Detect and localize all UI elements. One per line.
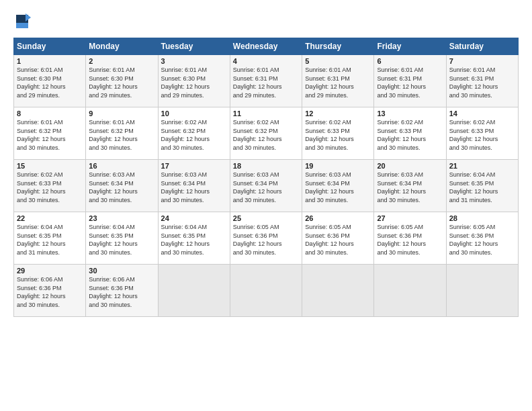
table-cell: 24Sunrise: 6:04 AM Sunset: 6:35 PM Dayli… <box>158 212 230 265</box>
day-info: Sunrise: 6:04 AM Sunset: 6:35 PM Dayligh… <box>161 223 227 257</box>
day-number: 7 <box>449 57 515 65</box>
day-number: 2 <box>89 57 154 65</box>
table-cell: 6Sunrise: 6:01 AM Sunset: 6:31 PM Daylig… <box>374 55 446 107</box>
day-info: Sunrise: 6:05 AM Sunset: 6:36 PM Dayligh… <box>233 223 299 257</box>
day-number: 30 <box>89 267 154 275</box>
table-cell <box>230 265 302 317</box>
day-info: Sunrise: 6:04 AM Sunset: 6:35 PM Dayligh… <box>17 223 83 257</box>
calendar-row: 15Sunrise: 6:02 AM Sunset: 6:33 PM Dayli… <box>14 160 519 212</box>
day-number: 14 <box>449 109 515 118</box>
table-cell: 12Sunrise: 6:02 AM Sunset: 6:33 PM Dayli… <box>302 107 374 160</box>
table-cell: 15Sunrise: 6:02 AM Sunset: 6:33 PM Dayli… <box>14 160 86 212</box>
table-cell: 23Sunrise: 6:04 AM Sunset: 6:35 PM Dayli… <box>86 212 158 265</box>
day-number: 12 <box>305 109 371 118</box>
day-info: Sunrise: 6:06 AM Sunset: 6:36 PM Dayligh… <box>89 275 154 309</box>
table-cell: 13Sunrise: 6:02 AM Sunset: 6:33 PM Dayli… <box>374 107 446 160</box>
table-cell: 3Sunrise: 6:01 AM Sunset: 6:30 PM Daylig… <box>158 55 230 107</box>
day-info: Sunrise: 6:01 AM Sunset: 6:32 PM Dayligh… <box>89 118 154 152</box>
header <box>13 12 519 31</box>
day-info: Sunrise: 6:02 AM Sunset: 6:32 PM Dayligh… <box>233 118 299 152</box>
table-cell: 27Sunrise: 6:05 AM Sunset: 6:36 PM Dayli… <box>374 212 446 265</box>
table-cell: 1Sunrise: 6:01 AM Sunset: 6:30 PM Daylig… <box>14 55 86 107</box>
day-number: 21 <box>449 162 515 170</box>
col-tuesday: Tuesday <box>158 38 230 55</box>
day-number: 3 <box>161 57 227 65</box>
table-cell <box>158 265 230 317</box>
table-cell: 5Sunrise: 6:01 AM Sunset: 6:31 PM Daylig… <box>302 55 374 107</box>
table-cell: 17Sunrise: 6:03 AM Sunset: 6:34 PM Dayli… <box>158 160 230 212</box>
day-info: Sunrise: 6:02 AM Sunset: 6:33 PM Dayligh… <box>449 118 515 152</box>
calendar-table: Sunday Monday Tuesday Wednesday Thursday… <box>13 38 519 317</box>
table-cell: 2Sunrise: 6:01 AM Sunset: 6:30 PM Daylig… <box>86 55 158 107</box>
table-cell: 22Sunrise: 6:04 AM Sunset: 6:35 PM Dayli… <box>14 212 86 265</box>
day-number: 16 <box>89 162 154 170</box>
day-info: Sunrise: 6:01 AM Sunset: 6:31 PM Dayligh… <box>305 66 371 99</box>
day-number: 26 <box>305 214 371 222</box>
day-info: Sunrise: 6:02 AM Sunset: 6:33 PM Dayligh… <box>17 171 83 204</box>
table-cell: 10Sunrise: 6:02 AM Sunset: 6:32 PM Dayli… <box>158 107 230 160</box>
day-number: 13 <box>377 109 443 118</box>
day-info: Sunrise: 6:06 AM Sunset: 6:36 PM Dayligh… <box>17 275 83 309</box>
table-cell: 30Sunrise: 6:06 AM Sunset: 6:36 PM Dayli… <box>86 265 158 317</box>
col-sunday: Sunday <box>14 38 86 55</box>
day-info: Sunrise: 6:04 AM Sunset: 6:35 PM Dayligh… <box>449 171 515 204</box>
day-number: 24 <box>161 214 227 222</box>
page: Sunday Monday Tuesday Wednesday Thursday… <box>0 0 532 411</box>
day-info: Sunrise: 6:05 AM Sunset: 6:36 PM Dayligh… <box>305 223 371 257</box>
day-info: Sunrise: 6:05 AM Sunset: 6:36 PM Dayligh… <box>449 223 515 257</box>
day-info: Sunrise: 6:03 AM Sunset: 6:34 PM Dayligh… <box>377 171 443 204</box>
table-cell <box>446 265 518 317</box>
day-number: 4 <box>233 57 299 65</box>
day-number: 15 <box>17 162 83 170</box>
calendar-row: 22Sunrise: 6:04 AM Sunset: 6:35 PM Dayli… <box>14 212 519 265</box>
table-cell: 29Sunrise: 6:06 AM Sunset: 6:36 PM Dayli… <box>14 265 86 317</box>
table-cell: 7Sunrise: 6:01 AM Sunset: 6:31 PM Daylig… <box>446 55 518 107</box>
day-info: Sunrise: 6:03 AM Sunset: 6:34 PM Dayligh… <box>161 171 227 204</box>
day-info: Sunrise: 6:01 AM Sunset: 6:32 PM Dayligh… <box>17 118 83 152</box>
day-info: Sunrise: 6:01 AM Sunset: 6:31 PM Dayligh… <box>377 66 443 99</box>
table-cell: 14Sunrise: 6:02 AM Sunset: 6:33 PM Dayli… <box>446 107 518 160</box>
day-number: 22 <box>17 214 83 222</box>
day-number: 27 <box>377 214 443 222</box>
day-info: Sunrise: 6:04 AM Sunset: 6:35 PM Dayligh… <box>89 223 154 257</box>
day-info: Sunrise: 6:01 AM Sunset: 6:30 PM Dayligh… <box>17 66 83 99</box>
day-number: 25 <box>233 214 299 222</box>
day-number: 28 <box>449 214 515 222</box>
day-number: 5 <box>305 57 371 65</box>
table-cell: 4Sunrise: 6:01 AM Sunset: 6:31 PM Daylig… <box>230 55 302 107</box>
calendar-row: 8Sunrise: 6:01 AM Sunset: 6:32 PM Daylig… <box>14 107 519 160</box>
col-thursday: Thursday <box>302 38 374 55</box>
day-info: Sunrise: 6:01 AM Sunset: 6:30 PM Dayligh… <box>89 66 154 99</box>
day-number: 1 <box>17 57 83 65</box>
table-cell: 21Sunrise: 6:04 AM Sunset: 6:35 PM Dayli… <box>446 160 518 212</box>
day-number: 10 <box>161 109 227 118</box>
calendar-row: 29Sunrise: 6:06 AM Sunset: 6:36 PM Dayli… <box>14 265 519 317</box>
col-wednesday: Wednesday <box>230 38 302 55</box>
calendar-row: 1Sunrise: 6:01 AM Sunset: 6:30 PM Daylig… <box>14 55 519 107</box>
table-cell <box>374 265 446 317</box>
svg-marker-2 <box>16 23 28 28</box>
table-cell: 26Sunrise: 6:05 AM Sunset: 6:36 PM Dayli… <box>302 212 374 265</box>
day-info: Sunrise: 6:03 AM Sunset: 6:34 PM Dayligh… <box>233 171 299 204</box>
day-info: Sunrise: 6:02 AM Sunset: 6:32 PM Dayligh… <box>161 118 227 152</box>
col-friday: Friday <box>374 38 446 55</box>
col-monday: Monday <box>86 38 158 55</box>
day-info: Sunrise: 6:02 AM Sunset: 6:33 PM Dayligh… <box>305 118 371 152</box>
day-info: Sunrise: 6:01 AM Sunset: 6:31 PM Dayligh… <box>233 66 299 99</box>
day-info: Sunrise: 6:03 AM Sunset: 6:34 PM Dayligh… <box>89 171 154 204</box>
table-cell: 9Sunrise: 6:01 AM Sunset: 6:32 PM Daylig… <box>86 107 158 160</box>
day-info: Sunrise: 6:05 AM Sunset: 6:36 PM Dayligh… <box>377 223 443 257</box>
day-number: 9 <box>89 109 154 118</box>
table-cell: 19Sunrise: 6:03 AM Sunset: 6:34 PM Dayli… <box>302 160 374 212</box>
day-info: Sunrise: 6:01 AM Sunset: 6:31 PM Dayligh… <box>449 66 515 99</box>
day-info: Sunrise: 6:01 AM Sunset: 6:30 PM Dayligh… <box>161 66 227 99</box>
table-cell: 20Sunrise: 6:03 AM Sunset: 6:34 PM Dayli… <box>374 160 446 212</box>
day-number: 6 <box>377 57 443 65</box>
day-info: Sunrise: 6:02 AM Sunset: 6:33 PM Dayligh… <box>377 118 443 152</box>
day-info: Sunrise: 6:03 AM Sunset: 6:34 PM Dayligh… <box>305 171 371 204</box>
table-cell <box>302 265 374 317</box>
table-cell: 28Sunrise: 6:05 AM Sunset: 6:36 PM Dayli… <box>446 212 518 265</box>
day-number: 8 <box>17 109 83 118</box>
day-number: 23 <box>89 214 154 222</box>
day-number: 18 <box>233 162 299 170</box>
